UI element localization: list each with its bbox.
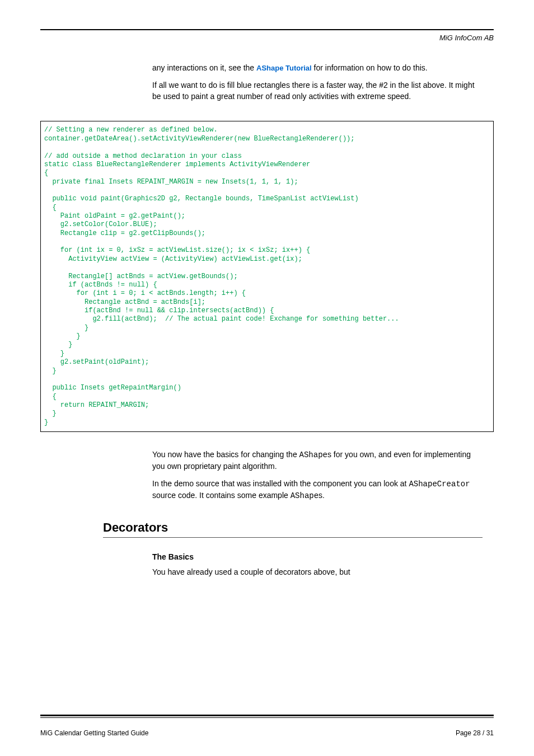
- header-company: MiG InfoCom AB: [40, 34, 494, 42]
- section-body: The Basics You have already used a coupl…: [152, 551, 483, 577]
- after-p1a: You now have the basics for changing the: [152, 450, 299, 459]
- after-p2-mono1: AShapeCreator: [409, 480, 470, 489]
- footer-left: MiG Calendar Getting Started Guide: [40, 729, 148, 737]
- section-paragraph-1: You have already used a couple of decora…: [152, 566, 483, 577]
- after-p2b: source code. It contains some example: [152, 491, 291, 500]
- footer-rule-thick: [40, 715, 494, 716]
- footer-rule-thin: [40, 717, 494, 718]
- intro-paragraph-1: any interactions on it, see the AShape T…: [152, 62, 483, 74]
- after-p2a: In the demo source that was installed wi…: [152, 479, 409, 488]
- after-p1-mono1: AShape: [299, 450, 327, 459]
- after-p2c: s.: [318, 491, 325, 500]
- after-block: You now have the basics for changing the…: [152, 449, 483, 501]
- section-heading-decorators: Decorators: [103, 520, 494, 535]
- intro-p1a: any interactions on it, see the: [152, 63, 256, 72]
- after-paragraph-2: In the demo source that was installed wi…: [152, 478, 483, 502]
- ashape-tutorial-link[interactable]: AShape Tutorial: [256, 64, 312, 72]
- page-footer: MiG Calendar Getting Started Guide Page …: [40, 715, 494, 737]
- footer-right: Page 28 / 31: [456, 729, 494, 737]
- header-rule: [40, 29, 494, 30]
- after-paragraph-1: You now have the basics for changing the…: [152, 449, 483, 472]
- intro-block: any interactions on it, see the AShape T…: [152, 62, 483, 102]
- intro-paragraph-2: If all we want to do is fill blue rectan…: [152, 79, 483, 102]
- intro-p1b: for information on how to do this.: [312, 63, 428, 72]
- section-rule: [103, 537, 483, 538]
- after-p2-mono2: AShape: [291, 491, 318, 500]
- code-listing: // Setting a new renderer as defined bel…: [40, 121, 494, 432]
- sub-heading-basics: The Basics: [152, 551, 483, 562]
